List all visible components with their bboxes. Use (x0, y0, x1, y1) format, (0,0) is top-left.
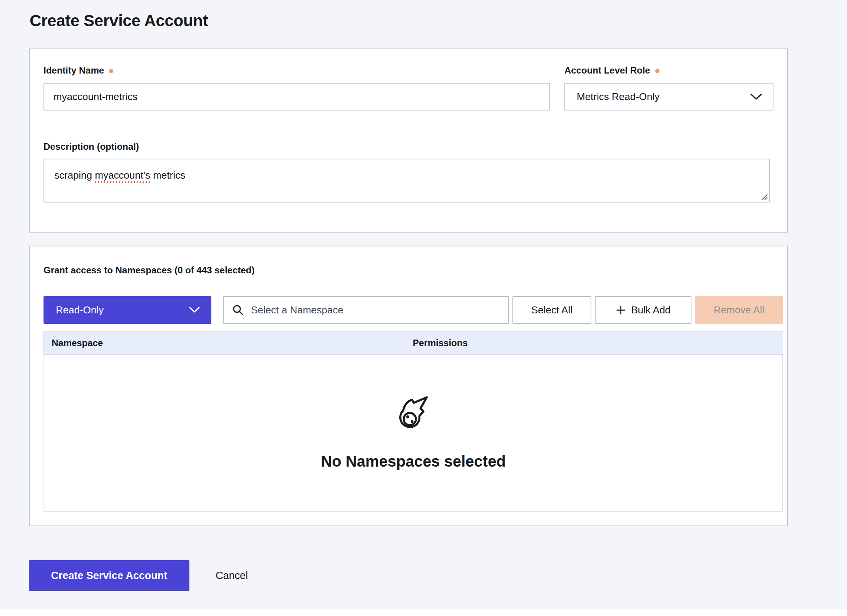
bulk-add-button[interactable]: Bulk Add (595, 296, 691, 324)
chevron-down-icon (189, 307, 200, 313)
description-field: Description (optional) scraping myaccoun… (44, 141, 770, 203)
namespace-search (223, 296, 509, 324)
account-level-role-select[interactable]: Metrics Read-Only (564, 83, 773, 110)
permission-select[interactable]: Read-Only (44, 296, 211, 324)
required-dot-icon (655, 69, 660, 73)
description-text-misspelled: myaccount's (95, 169, 151, 181)
namespaces-table: Namespace Permissions No Namespaces sele… (44, 331, 783, 512)
description-textarea[interactable]: scraping myaccount's metrics (44, 159, 770, 203)
cancel-button[interactable]: Cancel (216, 570, 248, 582)
namespaces-heading: Grant access to Namespaces (0 of 443 sel… (44, 265, 254, 276)
chevron-down-icon (750, 94, 762, 100)
bottom-strip (0, 609, 847, 616)
required-dot-icon (109, 69, 113, 73)
identity-name-label: Identity Name (44, 65, 104, 76)
page-title: Create Service Account (30, 12, 208, 30)
account-level-role-field: Account Level Role Metrics Read-Only (564, 65, 773, 110)
search-icon (232, 304, 244, 316)
description-text-suffix: metrics (150, 169, 185, 181)
create-service-account-page: Create Service Account Identity Name Acc… (0, 0, 847, 616)
column-header-permissions: Permissions (413, 338, 468, 348)
namespaces-table-header: Namespace Permissions (44, 331, 783, 355)
footer-actions: Create Service Account Cancel (29, 560, 248, 591)
identity-name-field: Identity Name (44, 65, 550, 110)
account-level-role-value: Metrics Read-Only (577, 91, 660, 103)
plus-icon (616, 305, 626, 315)
namespaces-card: Grant access to Namespaces (0 of 443 sel… (29, 246, 788, 526)
column-header-namespace: Namespace (52, 338, 103, 348)
service-account-form-card: Identity Name Account Level Role Metrics… (29, 49, 788, 233)
namespaces-table-body: No Namespaces selected (44, 355, 783, 512)
empty-state-text: No Namespaces selected (321, 453, 506, 470)
description-text-prefix: scraping (54, 169, 95, 181)
remove-all-button[interactable]: Remove All (695, 296, 783, 324)
account-level-role-label: Account Level Role (564, 65, 650, 76)
description-label: Description (optional) (44, 141, 139, 152)
select-all-button[interactable]: Select All (512, 296, 591, 324)
namespace-search-input[interactable] (250, 304, 500, 316)
resize-handle-icon[interactable] (760, 192, 768, 201)
namespaces-toolbar: Read-Only Select All Bulk Add (44, 296, 783, 324)
create-service-account-button[interactable]: Create Service Account (29, 560, 189, 591)
comet-icon (395, 396, 432, 433)
bulk-add-label: Bulk Add (631, 304, 671, 316)
permission-select-value: Read-Only (56, 304, 104, 316)
identity-name-input[interactable] (44, 83, 550, 110)
